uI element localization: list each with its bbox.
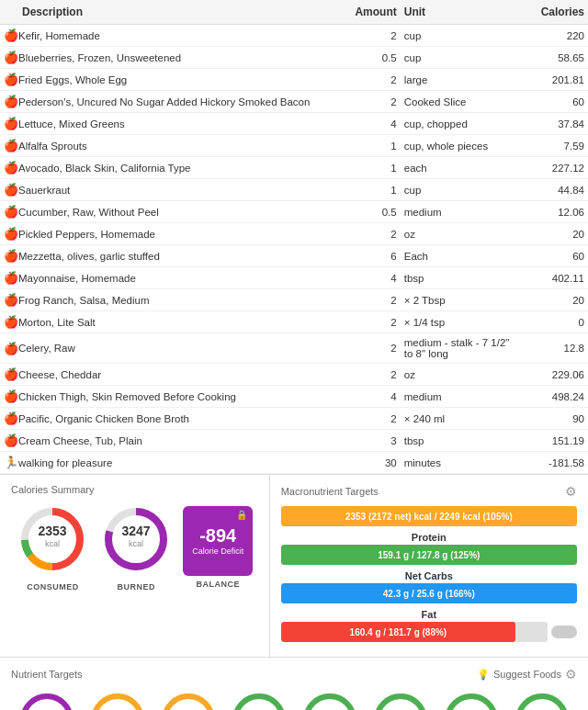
table-row[interactable]: 🍎Lettuce, Mixed Greens 4 cup, chopped 37… <box>0 113 588 135</box>
row-description: 🍎Kefir, Homemade <box>0 25 351 47</box>
svg-point-23 <box>306 696 354 710</box>
svg-text:kcal: kcal <box>129 539 143 548</box>
nutrient-svg: 149% <box>513 691 571 710</box>
table-row[interactable]: 🍎Alfalfa Sprouts 1 cup, whole pieces 7.5… <box>0 135 588 157</box>
lock-icon: 🔒 <box>236 510 247 520</box>
table-row[interactable]: 🍎Cream Cheese, Tub, Plain 3 tbsp 151.19 <box>0 430 588 452</box>
row-unit: tbsp <box>401 267 518 289</box>
row-unit: cup, whole pieces <box>401 135 518 157</box>
macro-title: Macronutrient Targets <box>281 486 379 497</box>
row-calories: 151.19 <box>517 430 588 452</box>
apple-icon: 🍎 <box>4 389 18 403</box>
svg-point-29 <box>447 696 495 710</box>
balance-sub: Calorie Deficit <box>192 547 243 557</box>
row-description: 🍎Mayonnaise, Homemade <box>0 267 351 289</box>
burned-label: BURNED <box>99 582 173 592</box>
carbs-bar-fill: 42.3 g / 25.6 g (166%) <box>281 583 577 603</box>
nutrient-title: Nutrient Targets <box>11 669 82 680</box>
nutrient-item: 188% Iron <box>159 691 218 710</box>
row-description: 🍎Cream Cheese, Tub, Plain <box>0 430 351 452</box>
row-amount: 3 <box>351 430 400 452</box>
consumed-circle: 2353 kcal CONSUMED <box>16 502 89 592</box>
table-row[interactable]: 🍎Mezzetta, olives, garlic stuffed 6 Each… <box>0 245 588 267</box>
row-amount: 2 <box>351 289 400 311</box>
fat-bar-fill: 160.4 g / 181.7 g (88%) <box>281 622 516 642</box>
row-calories: 498.24 <box>517 386 588 408</box>
table-row[interactable]: 🍎Fried Eggs, Whole Egg 2 large 201.81 <box>0 69 588 91</box>
apple-icon: 🍎 <box>4 161 18 175</box>
apple-icon: 🍎 <box>4 293 18 307</box>
burned-circle: 3247 kcal BURNED <box>99 502 173 592</box>
energy-bar-label: 2353 (2172 net) kcal / 2249 kcal (105%) <box>345 512 513 522</box>
calories-summary: Calories Summary 2353 kcal CONSUMED <box>0 475 270 657</box>
balance-circle: 🔒 -894 Calorie Deficit BALANCE <box>183 506 253 589</box>
table-row[interactable]: 🍎Pickled Peppers, Homemade 2 oz 20 <box>0 223 588 245</box>
row-unit: cup <box>401 179 518 201</box>
row-amount: 2 <box>351 364 400 386</box>
fat-row: Fat 160.4 g / 181.7 g (88%) <box>281 609 577 642</box>
apple-icon: 🍎 <box>4 28 18 42</box>
row-amount: 2 <box>351 91 400 113</box>
row-unit: minutes <box>401 452 518 474</box>
row-calories: 227.12 <box>517 157 588 179</box>
row-description: 🍎Blueberries, Frozen, Unsweetened <box>0 47 351 69</box>
col-header-calories: Calories <box>517 0 588 25</box>
nutrient-svg: 188% <box>159 691 218 710</box>
table-row[interactable]: 🍎Kefir, Homemade 2 cup 220 <box>0 25 588 47</box>
table-row[interactable]: 🍎Sauerkraut 1 cup 44.84 <box>0 179 588 201</box>
macro-gear-icon[interactable]: ⚙ <box>565 484 577 499</box>
row-unit: cup <box>401 25 518 47</box>
table-row[interactable]: 🍎Morton, Lite Salt 2 × 1/4 tsp 0 <box>0 311 588 333</box>
table-row[interactable]: 🍎Cheese, Cheddar 2 oz 229.06 <box>0 364 588 386</box>
row-amount: 2 <box>351 408 400 430</box>
balance-value: -894 <box>199 525 236 547</box>
table-row[interactable]: 🍎Blueberries, Frozen, Unsweetened 0.5 cu… <box>0 47 588 69</box>
apple-icon: 🍎 <box>4 117 18 130</box>
table-row[interactable]: 🍎Pacific, Organic Chicken Bone Broth 2 ×… <box>0 408 588 430</box>
table-row[interactable]: 🍎Celery, Raw 2 medium - stalk - 7 1/2" t… <box>0 333 588 364</box>
nutrient-svg: 342% <box>442 691 501 710</box>
protein-bar-fill: 159.1 g / 127.8 g (125%) <box>281 545 577 565</box>
table-row[interactable]: 🍎Frog Ranch, Salsa, Medium 2 × 2 Tbsp 20 <box>0 289 588 311</box>
row-amount: 4 <box>351 113 400 135</box>
nutrient-svg: 170% <box>230 691 288 710</box>
col-header-unit: Unit <box>401 0 518 25</box>
suggest-foods-button[interactable]: 💡 Suggest Foods ⚙ <box>477 667 577 682</box>
svg-point-14 <box>94 696 141 710</box>
suggest-foods-label: Suggest Foods <box>493 669 561 680</box>
table-row[interactable]: 🍎Chicken Thigh, Skin Removed Before Cook… <box>0 386 588 408</box>
svg-text:3247: 3247 <box>122 524 151 538</box>
energy-bar-track: 2353 (2172 net) kcal / 2249 kcal (105%) <box>281 506 577 526</box>
row-unit: Cooked Slice <box>401 91 518 113</box>
protein-label: Protein <box>281 532 577 543</box>
table-row[interactable]: 🍎Mayonnaise, Homemade 4 tbsp 402.11 <box>0 267 588 289</box>
consumed-label: CONSUMED <box>16 582 89 592</box>
energy-bar-fill: 2353 (2172 net) kcal / 2249 kcal (105%) <box>281 506 577 526</box>
row-description: 🍎Frog Ranch, Salsa, Medium <box>0 289 351 311</box>
row-calories: 60 <box>517 91 588 113</box>
row-description: 🍎Fried Eggs, Whole Egg <box>0 69 351 91</box>
row-amount: 0.5 <box>351 47 400 69</box>
row-calories: 20 <box>517 289 588 311</box>
table-row[interactable]: 🍎Pederson's, Uncured No Sugar Added Hick… <box>0 91 588 113</box>
row-calories: 20 <box>517 223 588 245</box>
table-row[interactable]: 🍎Cucumber, Raw, Without Peel 0.5 medium … <box>0 201 588 223</box>
carbs-bar-label: 42.3 g / 25.6 g (166%) <box>383 589 475 599</box>
fat-toggle[interactable] <box>551 625 577 638</box>
table-row[interactable]: 🍎Avocado, Black Skin, California Type 1 … <box>0 157 588 179</box>
row-amount: 2 <box>351 311 400 333</box>
food-table: Description Amount Unit Calories 🍎Kefir,… <box>0 0 588 474</box>
svg-text:2353: 2353 <box>39 524 67 538</box>
row-description: 🍎Pickled Peppers, Homemade <box>0 223 351 245</box>
run-icon: 🏃 <box>4 456 18 469</box>
row-unit: cup, chopped <box>401 113 518 135</box>
nutrient-gear-icon[interactable]: ⚙ <box>565 667 577 682</box>
summaries-section: Calories Summary 2353 kcal CONSUMED <box>0 474 588 657</box>
row-description: 🍎Pacific, Organic Chicken Bone Broth <box>0 408 351 430</box>
table-row[interactable]: 🏃walking for pleasure 30 minutes -181.58 <box>0 452 588 474</box>
row-description: 🏃walking for pleasure <box>0 452 351 474</box>
protein-bar-track: 159.1 g / 127.8 g (125%) <box>281 545 577 565</box>
row-calories: 12.8 <box>517 333 588 364</box>
protein-bar-label: 159.1 g / 127.8 g (125%) <box>378 550 480 560</box>
row-calories: 402.11 <box>517 267 588 289</box>
